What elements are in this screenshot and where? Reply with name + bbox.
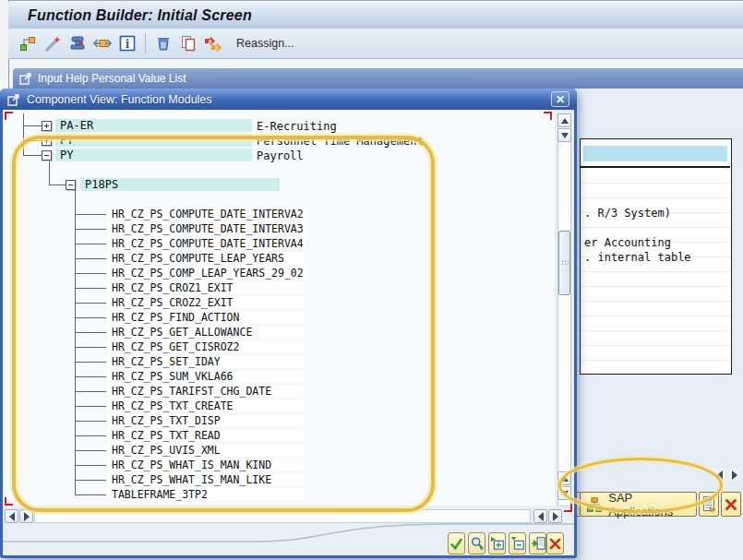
- tree-module-row[interactable]: HR_CZ_PS_COMPUTE_DATE_INTERVA2: [106, 208, 306, 220]
- module-name: HR_CZ_PS_CROZ2_EXIT: [106, 296, 234, 309]
- component-view-dialog: Component View: Function Modules ✕ PA-ER…: [0, 89, 577, 558]
- input-help-title-bar: Input Help Personal Value List: [13, 68, 743, 89]
- scroll-right-icon[interactable]: [19, 509, 33, 523]
- wizard-icon[interactable]: [43, 34, 62, 53]
- module-name: HR_CZ_PS_GET_CISROZ2: [106, 340, 239, 353]
- find-button[interactable]: [468, 532, 485, 554]
- expand-all-button[interactable]: [488, 532, 506, 554]
- module-name: HR_CZ_PS_FIND_ACTION: [106, 311, 239, 324]
- tree-module-row[interactable]: HR_CZ_PS_GET_CISROZ2: [106, 340, 306, 353]
- cancel-x-icon: [548, 537, 562, 551]
- scroll-left-icon[interactable]: [713, 469, 725, 481]
- tree-module-row[interactable]: HR_CZ_PS_WHAT_IS_MAN_KIND: [106, 459, 306, 471]
- expander-expanded-icon[interactable]: [42, 150, 52, 161]
- scroll-down-icon[interactable]: [557, 486, 571, 500]
- tree-line: [75, 288, 106, 289]
- tree-module-row[interactable]: HR_CZ_PS_COMP_LEAP_YEARS_29_02: [106, 267, 306, 280]
- module-name: HR_CZ_PS_TARIFST_CHG_DATE: [106, 385, 271, 398]
- move-icon[interactable]: [93, 34, 112, 53]
- sap-applications-button[interactable]: SAP Applications: [580, 492, 697, 517]
- expander-collapsed-icon[interactable]: [42, 136, 52, 146]
- rename-icon[interactable]: ab: [204, 34, 222, 53]
- reassign-label[interactable]: Reassign...: [236, 37, 294, 50]
- tree-line: [23, 155, 42, 156]
- tree-line: [49, 161, 50, 185]
- component-tree: PA-ER E-Recruiting PT Personnel Time Man…: [3, 110, 555, 506]
- continue-button[interactable]: [448, 532, 465, 554]
- tree-module-row[interactable]: HR_CZ_PS_UVIS_XML: [106, 444, 306, 457]
- tree-line: [75, 190, 76, 494]
- tree-module-row[interactable]: HR_CZ_PS_TXT_DISP: [106, 414, 306, 427]
- continue-check-icon: [449, 537, 463, 551]
- close-button[interactable]: ✕: [551, 91, 569, 107]
- tree-line: [75, 258, 106, 259]
- scroll-left-icon[interactable]: [533, 509, 547, 523]
- tree-module-row[interactable]: HR_CZ_PS_TXT_READ: [106, 429, 306, 442]
- tree-node-description: Payroll: [257, 149, 304, 162]
- tree-line: [75, 494, 106, 495]
- tree-module-row[interactable]: HR_CZ_PS_CROZ1_EXIT: [106, 281, 306, 294]
- tree-line: [75, 362, 106, 363]
- page-title: Function Builder: Initial Screen: [8, 7, 252, 24]
- function-builder-icon[interactable]: [68, 34, 87, 53]
- find-icon: [470, 536, 485, 551]
- tree-node-label: PT: [55, 134, 73, 147]
- tree-line: [75, 347, 106, 348]
- next-item-button[interactable]: [529, 532, 546, 554]
- tree-node-description: E-Recruiting: [257, 120, 337, 133]
- tree-line: [75, 303, 106, 304]
- tree-module-row[interactable]: HR_CZ_PS_CROZ2_EXIT: [106, 296, 306, 309]
- expander-expanded-icon[interactable]: [66, 180, 76, 190]
- tree-module-row[interactable]: HR_CZ_PS_FIND_ACTION: [106, 311, 306, 324]
- tree-module-row[interactable]: HR_CZ_PS_WHAT_IS_MAN_LIKE: [106, 473, 306, 486]
- scroll-up-icon[interactable]: [557, 113, 571, 127]
- expander-collapsed-icon[interactable]: [42, 121, 52, 131]
- close-icon: ✕: [556, 94, 565, 105]
- scroll-left-icon[interactable]: [5, 509, 18, 523]
- org-chart-icon: [586, 496, 603, 513]
- copy-icon[interactable]: [179, 34, 198, 53]
- cancel-button[interactable]: [546, 532, 564, 554]
- tree-line: [75, 435, 106, 436]
- display-variant-button[interactable]: [699, 492, 719, 517]
- svg-text:i: i: [126, 38, 130, 51]
- tree-module-row[interactable]: HR_CZ_PS_TXT_CREATE: [106, 399, 306, 412]
- module-name: HR_CZ_PS_UVIS_XML: [106, 444, 221, 457]
- tree-line: [75, 480, 106, 481]
- close-red-icon: [725, 498, 737, 511]
- tree-module-row[interactable]: HR_CZ_PS_COMPUTE_LEAP_YEARS: [106, 252, 306, 265]
- tree-line: [23, 113, 24, 155]
- vertical-scrollbar-thumb[interactable]: [558, 231, 570, 295]
- tree-node-pa-er[interactable]: PA-ER: [55, 119, 252, 132]
- tree-node-py[interactable]: PY: [55, 149, 252, 161]
- tree-module-row[interactable]: HR_CZ_PS_SUM_VKLA66: [106, 370, 306, 383]
- collapse-all-button[interactable]: [509, 532, 526, 554]
- scroll-down-icon[interactable]: [557, 128, 571, 142]
- dialog-icon: [7, 93, 20, 106]
- scroll-up-icon[interactable]: [557, 471, 571, 485]
- horizontal-scrollbar[interactable]: [34, 509, 531, 523]
- tree-node-p18ps[interactable]: P18PS: [80, 178, 280, 191]
- delete-icon[interactable]: [154, 34, 173, 53]
- scroll-right-icon[interactable]: [548, 509, 562, 523]
- scroll-right-icon[interactable]: [728, 469, 740, 481]
- module-name: HR_CZ_PS_COMPUTE_LEAP_YEARS: [106, 252, 284, 265]
- module-name: HR_CZ_PS_COMPUTE_DATE_INTERVA2: [106, 208, 304, 220]
- tree-module-row[interactable]: HR_CZ_PS_TARIFST_CHG_DATE: [106, 385, 306, 398]
- tree-module-row[interactable]: HR_CZ_PS_GET_ALLOWANCE: [106, 326, 306, 339]
- tree-node-label: PA-ER: [55, 119, 93, 132]
- tree-module-row[interactable]: HR_CZ_PS_COMPUTE_DATE_INTERVA4: [106, 237, 306, 250]
- tree-line: [75, 229, 106, 230]
- close-red-button[interactable]: [721, 492, 741, 517]
- tree-module-row[interactable]: HR_CZ_PS_COMPUTE_DATE_INTERVA3: [106, 222, 306, 235]
- vertical-scrollbar[interactable]: [557, 113, 571, 506]
- tree-module-row[interactable]: HR_CZ_PS_SET_IDAY: [106, 355, 306, 368]
- tree-module-row[interactable]: TABLEFRAME_3TP2: [106, 488, 306, 501]
- test-icon[interactable]: [18, 34, 37, 53]
- panel-rows: [581, 169, 730, 372]
- tree-line: [75, 450, 106, 451]
- tree-node-pt[interactable]: PT: [55, 134, 252, 147]
- next-item-icon: [531, 536, 545, 551]
- application-toolbar: i ab Reassign...: [8, 29, 743, 59]
- info-icon[interactable]: i: [118, 34, 137, 53]
